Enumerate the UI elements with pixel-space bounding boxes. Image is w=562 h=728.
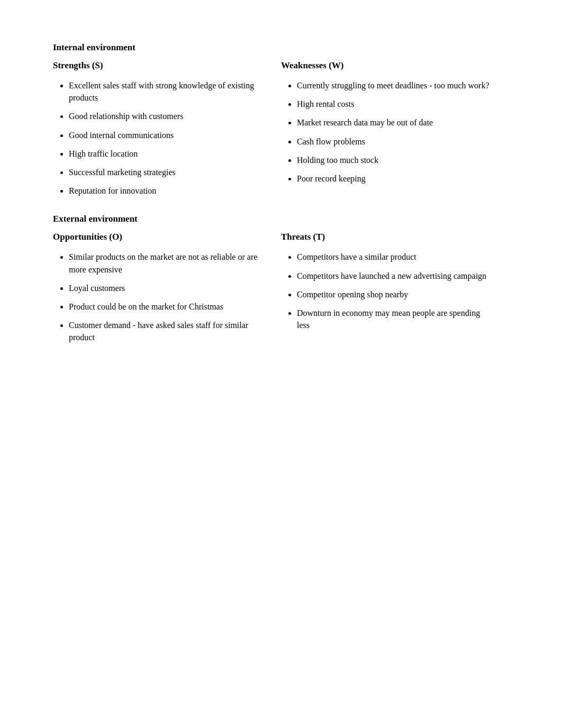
list-item: Competitor opening shop nearby [297, 288, 493, 301]
list-item: Good relationship with customers [69, 110, 265, 122]
list-item: Customer demand - have asked sales staff… [69, 319, 265, 343]
list-item: Reputation for innovation [69, 185, 265, 197]
threats-column: Threats (T) Competitors have a similar p… [281, 232, 509, 350]
list-item: Similar products on the market are not a… [69, 251, 265, 275]
threats-heading: Threats (T) [281, 232, 493, 242]
list-item: High traffic location [69, 148, 265, 160]
strengths-heading: Strengths (S) [53, 60, 265, 71]
list-item: Market research data may be out of date [297, 116, 493, 129]
list-item: Product could be on the market for Chris… [69, 301, 265, 313]
list-item: Poor record keeping [297, 172, 493, 185]
strengths-list: Excellent sales staff with strong knowle… [53, 79, 265, 197]
weaknesses-column: Weaknesses (W) Currently struggling to m… [281, 60, 509, 203]
list-item: High rental costs [297, 98, 493, 110]
threats-list: Competitors have a similar product Compe… [281, 251, 493, 331]
list-item: Downturn in economy may mean people are … [297, 307, 493, 331]
internal-environment-heading: Internal environment [53, 42, 509, 53]
list-item: Successful marketing strategies [69, 166, 265, 178]
list-item: Currently struggling to meet deadlines -… [297, 79, 493, 92]
list-item: Competitors have a similar product [297, 251, 493, 263]
list-item: Holding too much stock [297, 154, 493, 166]
list-item: Excellent sales staff with strong knowle… [69, 79, 265, 104]
opportunities-column: Opportunities (O) Similar products on th… [53, 232, 281, 350]
opportunities-heading: Opportunities (O) [53, 232, 265, 242]
strengths-column: Strengths (S) Excellent sales staff with… [53, 60, 281, 203]
list-item: Good internal communications [69, 129, 265, 141]
external-environment-heading: External environment [53, 214, 509, 224]
opportunities-list: Similar products on the market are not a… [53, 251, 265, 343]
weaknesses-list: Currently struggling to meet deadlines -… [281, 79, 493, 185]
list-item: Cash flow problems [297, 135, 493, 148]
list-item: Loyal customers [69, 282, 265, 294]
weaknesses-heading: Weaknesses (W) [281, 60, 493, 71]
list-item: Competitors have launched a new advertis… [297, 270, 493, 282]
